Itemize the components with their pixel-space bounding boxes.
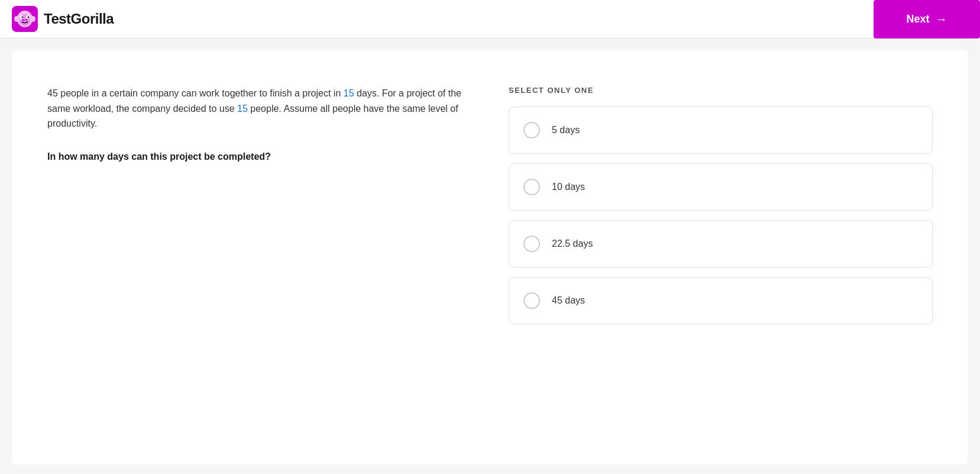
option-label-2: 10 days: [552, 182, 585, 192]
logo-icon: [12, 6, 38, 32]
svg-point-10: [31, 16, 35, 22]
header: TestGorilla Next →: [0, 0, 980, 38]
question-text-part1: 45 people in a certain company can work …: [47, 88, 344, 98]
next-arrow-icon: →: [936, 12, 947, 26]
radio-option-2[interactable]: [523, 179, 540, 195]
options-panel: SELECT ONLY ONE 5 days 10 days 22.5 days…: [509, 86, 933, 429]
radio-option-3[interactable]: [523, 236, 540, 252]
next-button-label: Next: [906, 13, 929, 25]
svg-point-8: [25, 19, 28, 21]
options-list: 5 days 10 days 22.5 days 45 days: [509, 107, 933, 324]
option-label-4: 45 days: [552, 295, 585, 306]
option-item-1[interactable]: 5 days: [509, 107, 933, 154]
question-highlight2: 15: [237, 104, 248, 114]
svg-point-6: [28, 17, 30, 18]
question-bold: In how many days can this project be com…: [47, 149, 461, 165]
svg-point-5: [22, 17, 24, 18]
logo-area: TestGorilla: [12, 6, 114, 32]
question-body-text: 45 people in a certain company can work …: [47, 86, 461, 131]
option-item-3[interactable]: 22.5 days: [509, 220, 933, 267]
radio-option-1[interactable]: [523, 122, 540, 138]
option-item-2[interactable]: 10 days: [509, 163, 933, 211]
logo-text: TestGorilla: [44, 11, 114, 27]
next-button[interactable]: Next →: [874, 0, 980, 38]
svg-point-9: [14, 16, 19, 22]
option-item-4[interactable]: 45 days: [509, 277, 933, 324]
radio-option-4[interactable]: [523, 292, 540, 309]
question-highlight1: 15: [344, 88, 354, 98]
option-label-3: 22.5 days: [552, 238, 593, 249]
main-content: 45 people in a certain company can work …: [12, 50, 968, 465]
option-label-1: 5 days: [552, 125, 580, 136]
svg-point-7: [22, 19, 25, 21]
question-panel: 45 people in a certain company can work …: [47, 86, 461, 429]
select-only-one-label: SELECT ONLY ONE: [509, 86, 933, 95]
